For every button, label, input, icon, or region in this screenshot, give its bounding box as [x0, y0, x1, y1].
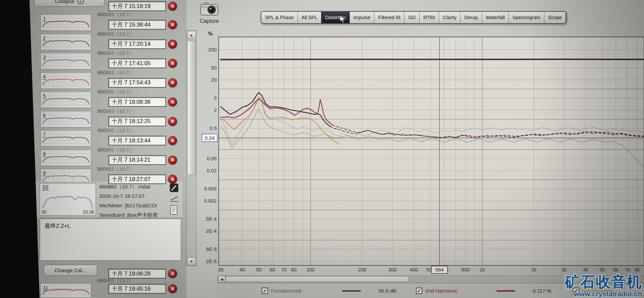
y-axis-unit: % — [208, 31, 213, 37]
watermark-title: 矿石收音机 — [565, 274, 642, 289]
measurement-9-time-field[interactable]: 十月 7 18:27:07 — [108, 174, 166, 184]
y-tick-label: 5E-5 — [206, 246, 217, 252]
measurement-number[interactable]: 2 — [42, 35, 46, 41]
tab-scope[interactable]: Scope — [544, 12, 566, 23]
delete-measurement-button[interactable]: ✕ — [168, 175, 177, 184]
x-tick-label: 1k — [480, 267, 485, 272]
notes-field[interactable]: 最终2.2+L — [40, 218, 181, 261]
y-tick-label: 200 — [208, 47, 217, 52]
change-cal-button[interactable]: Change Cal... — [44, 265, 97, 276]
scroll-down-button[interactable]: ▼ — [187, 257, 196, 265]
trace-colour-icon[interactable] — [170, 196, 179, 202]
scroll-left-button[interactable]: ◀ — [218, 276, 225, 283]
capture-button[interactable]: Capture — [194, 2, 225, 24]
x-tick-label: 400 — [410, 267, 418, 272]
legend-label: 2nd Harmonic — [425, 288, 458, 294]
mouse-cursor — [339, 15, 347, 24]
measurement-2-time-field[interactable]: 十月 7 17:20:14 — [108, 39, 166, 49]
y-tick-label: 2E-4 — [206, 228, 217, 234]
x-tick-label: 4k — [583, 267, 588, 272]
measurement-thumbnail[interactable] — [40, 14, 91, 31]
measurement-number[interactable]: 7 — [42, 131, 46, 137]
measurement-number[interactable]: 9 — [42, 170, 46, 176]
delete-measurement-button[interactable]: ✕ — [168, 156, 177, 165]
tab-waterfall[interactable]: Waterfall — [482, 12, 509, 23]
delete-measurement-button[interactable]: ✕ — [168, 78, 177, 87]
measurement-number[interactable]: 3 — [42, 54, 46, 60]
scrollbar-thumb[interactable] — [187, 41, 196, 175]
tab-gd[interactable]: GD — [405, 12, 420, 23]
collapse-button[interactable]: Collapse « — [34, 0, 105, 7]
tab-all-spl[interactable]: All SPL — [298, 12, 322, 23]
measurement-number[interactable]: 11 — [42, 285, 49, 291]
measurement-4-time-field[interactable]: 十月 7 17:54:43 — [108, 78, 166, 88]
measurement-8-time-field[interactable]: 十月 7 18:14:21 — [108, 155, 166, 165]
tab-rt60[interactable]: RT60 — [420, 12, 439, 23]
delete-measurement-button[interactable]: ✕ — [168, 2, 177, 11]
tab-impulse[interactable]: Impulse — [350, 12, 375, 23]
delete-measurement-button[interactable]: ✕ — [168, 40, 177, 49]
delete-measurement-button[interactable]: ✕ — [168, 20, 177, 29]
y-tick-label: 50 — [211, 65, 217, 71]
tab-spectrogram[interactable]: Spectrogram — [509, 12, 544, 23]
legend-checkbox-2nd-harmonic[interactable]: ✓ — [416, 288, 422, 294]
measurement-6-time-field[interactable]: 十月 7 18:12:25 — [108, 117, 166, 126]
delete-measurement-button[interactable]: ✕ — [168, 117, 177, 126]
legend-checkbox-fundamental[interactable]: ✓ — [262, 288, 268, 294]
measurement-0-time-field[interactable]: 十月 7 15:18:19 — [108, 1, 166, 11]
x-tick-label: 2k — [531, 267, 537, 272]
delete-measurement-button[interactable]: ✕ — [168, 284, 177, 293]
measurement-thumbnail[interactable] — [40, 111, 91, 128]
measurement-number[interactable]: 4 — [42, 74, 46, 80]
measurement-5-time-field[interactable]: 十月 7 18:08:36 — [108, 97, 166, 107]
x-tick-label: 30 — [218, 267, 224, 272]
x-tick-label: 300 — [388, 267, 396, 272]
measurement-thumbnail[interactable] — [40, 53, 91, 70]
chart-scrollbar-thumb[interactable] — [226, 276, 409, 282]
graph-tab-bar: SPL & PhaseAll SPLDistortionImpulseFilte… — [261, 11, 567, 24]
tab-spl-phase[interactable]: SPL & Phase — [261, 12, 298, 23]
svg-text:0.24: 0.24 — [205, 135, 214, 141]
measurement-thumbnail[interactable] — [40, 150, 91, 166]
sidebar-scrollbar[interactable]: ▲ ▼ — [186, 30, 197, 266]
legend-value: 55.5 dB — [378, 288, 396, 294]
measurement-thumbnail[interactable] — [40, 91, 91, 108]
measurement-file-label: 880883（10.7） — [97, 11, 134, 18]
delete-measurement-button[interactable]: ✕ — [168, 59, 177, 68]
y-tick-label: 2 — [214, 107, 217, 113]
measurement-thumbnail[interactable] — [40, 34, 91, 50]
measurement-file-label: 880883（10.7） — [97, 70, 134, 76]
edit-name-icon[interactable] — [170, 183, 178, 192]
x-tick-label: 40 — [239, 267, 245, 272]
x-tick-label: 60 — [270, 267, 275, 272]
tab-filtered-ir[interactable]: Filtered IR — [374, 12, 405, 23]
tab-clarity[interactable]: Clarity — [439, 12, 461, 23]
measurement-number[interactable]: 1 — [42, 15, 46, 22]
delete-measurement-button[interactable]: ✕ — [168, 97, 177, 107]
measurement-3-time-field[interactable]: 十月 7 17:41:05 — [108, 58, 166, 68]
y-tick-label: 2E-5 — [206, 258, 217, 264]
legend-line-swatch — [496, 290, 515, 292]
tab-decay[interactable]: Decay — [461, 12, 482, 23]
measurement-number[interactable]: 6 — [42, 112, 46, 118]
scroll-up-button[interactable]: ▲ — [187, 31, 196, 39]
measurement-file-label: 880883（10.7） — [97, 31, 134, 37]
measurement-thumbnail[interactable] — [40, 130, 91, 147]
measurement-thumbnail[interactable] — [40, 72, 91, 89]
x-tick-label: 3k — [561, 267, 567, 272]
camera-icon — [200, 2, 219, 16]
measurement-number[interactable]: 8 — [42, 151, 46, 157]
notes-icon[interactable] — [170, 205, 178, 215]
measurement-11-time-field[interactable]: 十月 7 19:45:16 — [108, 284, 166, 294]
measurement-number[interactable]: 5 — [42, 93, 46, 99]
delete-measurement-button[interactable]: ✕ — [168, 269, 177, 278]
distortion-chart[interactable]: 2005020520.50.050.020.0050.0025E-42E-45E… — [201, 32, 644, 276]
measurement-7-time-field[interactable]: 十月 7 18:13:44 — [108, 136, 166, 145]
x-tick-label: 800 — [462, 267, 470, 272]
delete-measurement-button[interactable]: ✕ — [168, 136, 177, 145]
measurement-time-field[interactable]: 十月 7 19:06:28 — [108, 269, 166, 279]
measurement-number[interactable]: 10 — [42, 184, 49, 190]
measurement-1-time-field[interactable]: 十月 7 15:38:44 — [108, 20, 166, 30]
legend-value: 0.117 % — [533, 288, 551, 294]
x-tick-label: 5k — [600, 267, 605, 272]
